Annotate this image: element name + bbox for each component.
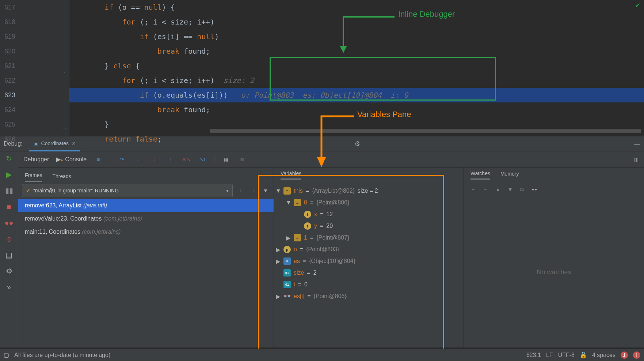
stack-frame[interactable]: removeValue:23, Coordinates (com.jetbrai… bbox=[18, 212, 274, 225]
run-to-cursor-icon[interactable]: ↘I bbox=[198, 155, 207, 164]
object-icon: ≡ bbox=[283, 187, 291, 195]
step-over-icon[interactable]: ↷ bbox=[118, 155, 126, 164]
add-watch-icon[interactable]: ＋ bbox=[470, 186, 476, 193]
move-up-icon[interactable]: ▲ bbox=[495, 187, 500, 192]
lock-icon[interactable]: 🔓 bbox=[580, 351, 587, 358]
view-breakpoints-icon[interactable]: ●● bbox=[4, 218, 14, 227]
fold-handle-icon[interactable]: ⌃ bbox=[62, 122, 67, 127]
trace-icon[interactable]: ≋ bbox=[238, 155, 247, 164]
expand-icon[interactable]: ▶ bbox=[286, 234, 291, 241]
line-number: 620 bbox=[0, 44, 69, 59]
inline-hint: size: 2 bbox=[214, 76, 254, 85]
filter-icon[interactable]: ▼ bbox=[261, 188, 270, 193]
expand-icon[interactable]: ▼ bbox=[275, 188, 281, 194]
more-icon[interactable]: » bbox=[4, 282, 14, 292]
file-encoding[interactable]: UTF-8 bbox=[558, 352, 575, 358]
separator bbox=[110, 155, 110, 164]
indent-setting[interactable]: 4 spaces bbox=[592, 352, 616, 358]
status-bar: ▢ All files are up-to-date (a minute ago… bbox=[0, 349, 644, 361]
object-icon: ≡ bbox=[294, 199, 301, 206]
copy-icon[interactable]: ⧉ bbox=[520, 187, 524, 193]
remove-watch-icon[interactable]: － bbox=[483, 186, 488, 193]
watches-empty: No watches bbox=[464, 197, 644, 347]
layout-icon[interactable]: ▥ bbox=[632, 155, 640, 164]
variables-pane: Variables ▼≡this = {ArrayList@802} size … bbox=[274, 168, 464, 347]
line-number: 624 bbox=[0, 102, 69, 117]
int-icon: 01 bbox=[283, 269, 291, 277]
watches-pane: Watches Memory ＋ － ▲ ▼ ⧉ 👓 No watches bbox=[464, 168, 644, 347]
annotation-label-vars: Variables Pane bbox=[357, 110, 411, 119]
chevron-down-icon: ▾ bbox=[226, 188, 229, 193]
debug-panel: ↻ ▶ ▮▮ ■ ●● ⦸ ▤ ⚙ » Debugger ▶●Console ≡… bbox=[0, 151, 644, 347]
line-number-current: 623 bbox=[0, 88, 69, 102]
line-number: 622 bbox=[0, 73, 69, 88]
line-separator[interactable]: LF bbox=[546, 352, 553, 358]
object-icon: ≡ bbox=[294, 234, 301, 241]
tab-memory[interactable]: Memory bbox=[500, 171, 519, 179]
field-icon: f bbox=[304, 211, 311, 218]
inline-hint: o: Point@803 es: Object[10]@804 i: 0 bbox=[228, 91, 408, 99]
tab-variables[interactable]: Variables bbox=[281, 170, 301, 180]
annotation-label-inline: Inline Debugger bbox=[398, 10, 455, 19]
caret-position[interactable]: 623:1 bbox=[526, 352, 541, 358]
stack-frame[interactable]: remove:623, ArrayList (java.util) bbox=[18, 199, 274, 212]
watches-header: Watches Memory bbox=[464, 168, 644, 182]
debug-lower: Frames Threads ✔ "main"@1 in group "main… bbox=[18, 168, 644, 347]
horizontal-scrollbar[interactable] bbox=[210, 129, 641, 133]
status-message: All files are up-to-date (a minute ago) bbox=[14, 352, 110, 358]
line-number: 626 bbox=[0, 132, 69, 146]
tab-frames[interactable]: Frames bbox=[25, 172, 42, 182]
thread-label: "main"@1 in group "main": RUNNING bbox=[33, 188, 119, 193]
thread-selector-row: ✔ "main"@1 in group "main": RUNNING ▾ ↑ … bbox=[18, 182, 274, 199]
sync-icon[interactable]: ▢ bbox=[4, 351, 9, 358]
next-frame-icon[interactable]: ↓ bbox=[249, 188, 258, 193]
force-step-into-icon[interactable]: ↓ bbox=[150, 155, 159, 164]
line-number: 625⌃ bbox=[0, 117, 69, 132]
rerun-icon[interactable]: ↻ bbox=[4, 154, 14, 163]
fatal-error-icon[interactable]: ! bbox=[633, 351, 640, 359]
fold-handle-icon[interactable]: ⌄ bbox=[62, 64, 67, 68]
param-icon: p bbox=[283, 246, 291, 253]
step-out-icon[interactable]: ↑ bbox=[166, 155, 175, 164]
tab-debugger[interactable]: Debugger bbox=[23, 156, 49, 163]
mute-breakpoints-icon[interactable]: ⦸ bbox=[4, 234, 14, 244]
expand-icon[interactable]: ▼ bbox=[286, 199, 291, 206]
settings-icon[interactable]: ⚙ bbox=[4, 266, 14, 276]
tab-threads[interactable]: Threads bbox=[52, 173, 71, 182]
tab-console[interactable]: ▶●Console bbox=[56, 156, 87, 163]
gutter: 617 618 619 620 621⌄ 622 623 624 625⌃ 62… bbox=[0, 0, 69, 136]
vars-watches-area: Variables ▼≡this = {ArrayList@802} size … bbox=[274, 168, 644, 347]
variables-tree[interactable]: ▼≡this = {ArrayList@802} size = 2 ▼≡0 = … bbox=[274, 182, 464, 305]
watches-toolbar: ＋ － ▲ ▼ ⧉ 👓 bbox=[464, 182, 644, 197]
line-number: 618 bbox=[0, 15, 69, 29]
console-icon: ▶● bbox=[56, 156, 63, 163]
separator bbox=[214, 155, 214, 164]
inspection-ok-icon[interactable]: ✔ bbox=[635, 1, 640, 10]
expand-icon[interactable]: ▶ bbox=[275, 246, 281, 253]
glasses-icon[interactable]: 👓 bbox=[531, 187, 537, 192]
int-icon: 01 bbox=[283, 281, 291, 288]
thread-dropdown[interactable]: ✔ "main"@1 in group "main": RUNNING ▾ bbox=[22, 184, 233, 197]
step-into-icon[interactable]: ↓ bbox=[134, 155, 142, 164]
line-number: 617 bbox=[0, 0, 69, 15]
threads-icon[interactable]: ≡ bbox=[94, 155, 103, 164]
expand-icon[interactable]: ▶ bbox=[275, 258, 281, 265]
evaluate-icon[interactable]: ▦ bbox=[222, 155, 230, 164]
prev-frame-icon[interactable]: ↑ bbox=[236, 188, 245, 193]
move-down-icon[interactable]: ▼ bbox=[508, 187, 513, 192]
pause-icon[interactable]: ▮▮ bbox=[4, 186, 14, 195]
debug-sidebar: ↻ ▶ ▮▮ ■ ●● ⦸ ▤ ⚙ » bbox=[0, 151, 18, 347]
variables-header: Variables bbox=[274, 168, 464, 182]
line-number: 619 bbox=[0, 29, 69, 44]
tab-watches[interactable]: Watches bbox=[470, 170, 490, 180]
stack-frame[interactable]: main:11, Coordinates (com.jetbrains) bbox=[18, 225, 274, 238]
resume-icon[interactable]: ▶ bbox=[4, 170, 14, 179]
error-count-badge[interactable]: 1 bbox=[621, 351, 628, 359]
drop-frame-icon[interactable]: ✕↘ bbox=[182, 155, 191, 164]
stop-icon[interactable]: ■ bbox=[4, 202, 14, 211]
expand-icon[interactable]: ▶ bbox=[275, 293, 281, 300]
frames-tabs: Frames Threads bbox=[18, 168, 274, 182]
camera-icon[interactable]: ▤ bbox=[4, 250, 14, 260]
glasses-icon: 👓 bbox=[283, 293, 291, 300]
line-number: 621⌄ bbox=[0, 59, 69, 73]
